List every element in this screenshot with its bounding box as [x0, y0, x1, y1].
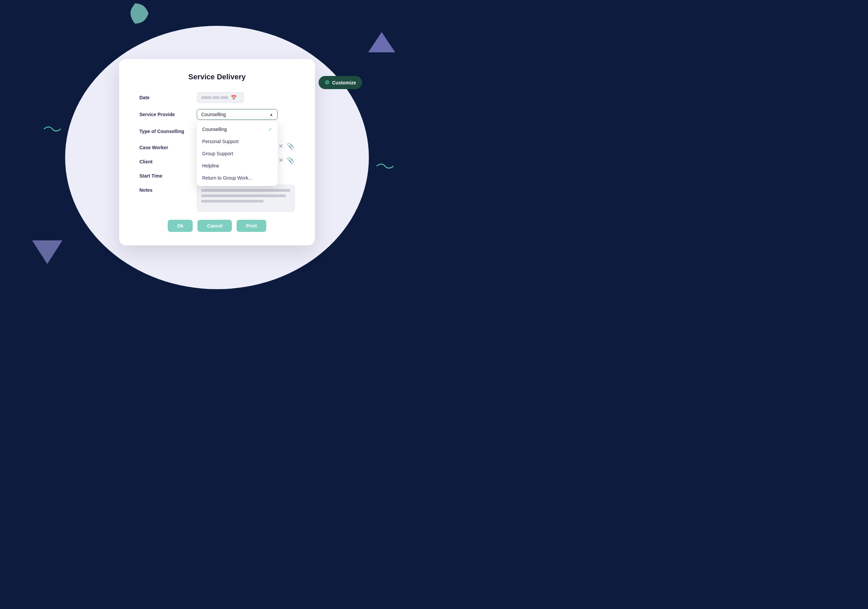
- option-label-group-support: Group Support: [202, 151, 233, 156]
- deco-purple-right: [368, 32, 395, 52]
- notes-label: Notes: [140, 185, 197, 193]
- service-provide-menu: Counselling ✓ Personal Support Group Sup…: [197, 121, 278, 186]
- notes-line-3: [201, 200, 264, 202]
- check-icon: ✓: [268, 127, 272, 132]
- dropdown-option-personal-support[interactable]: Personal Support: [197, 135, 278, 148]
- calendar-icon: 📅: [231, 95, 237, 100]
- service-provide-row: Service Provide Counselling ▲ Counsellin…: [140, 109, 294, 120]
- service-provide-control: Counselling ▲ Counselling ✓ Personal Sup…: [197, 109, 294, 120]
- date-control: 📅: [197, 92, 294, 103]
- client-label: Client: [140, 156, 197, 165]
- type-counselling-label: Type of Counselling: [140, 126, 197, 134]
- deco-teal-left-mid: [44, 125, 61, 134]
- client-remove-icon[interactable]: ✕: [278, 157, 284, 164]
- notes-textarea[interactable]: [197, 185, 294, 212]
- notes-control: [197, 185, 294, 212]
- option-label-counselling: Counselling: [202, 127, 227, 132]
- client-attach-icon[interactable]: 📎: [287, 157, 294, 164]
- deco-purple-bottom-left: [32, 240, 62, 264]
- date-label: Date: [140, 92, 197, 100]
- attach-icon[interactable]: 📎: [287, 143, 294, 150]
- deco-teal-top: [128, 2, 152, 25]
- deco-teal-right-mid: [377, 162, 394, 171]
- gear-icon: ⚙: [325, 79, 329, 86]
- chevron-up-icon: ▲: [269, 112, 273, 117]
- service-delivery-card: ⚙ Customize Service Delivery Date 📅 Serv…: [119, 59, 315, 245]
- option-label-personal-support: Personal Support: [202, 139, 239, 144]
- dropdown-option-group-support[interactable]: Group Support: [197, 148, 278, 160]
- date-placeholder: [201, 96, 228, 99]
- option-label-return-group: Return to Group Work...: [202, 175, 252, 180]
- case-worker-label: Case Worker: [140, 142, 197, 150]
- customize-label: Customize: [332, 80, 356, 85]
- date-input[interactable]: 📅: [197, 92, 244, 103]
- remove-icon[interactable]: ✕: [278, 143, 284, 150]
- dropdown-option-return-group[interactable]: Return to Group Work...: [197, 172, 278, 184]
- customize-badge[interactable]: ⚙ Customize: [319, 76, 362, 89]
- notes-line-1: [201, 189, 290, 192]
- dropdown-option-helpline[interactable]: Helpline: [197, 160, 278, 172]
- notes-row: Notes: [140, 185, 294, 212]
- service-provide-label: Service Provide: [140, 109, 197, 117]
- dropdown-option-counselling[interactable]: Counselling ✓: [197, 123, 278, 135]
- cancel-button[interactable]: Cancel: [197, 220, 232, 232]
- service-provide-dropdown[interactable]: Counselling ▲: [197, 109, 278, 120]
- ok-button[interactable]: Ok: [168, 220, 193, 232]
- service-provide-value: Counselling: [201, 112, 226, 117]
- date-row: Date 📅: [140, 92, 294, 103]
- notes-line-2: [201, 194, 286, 197]
- option-label-helpline: Helpline: [202, 163, 219, 168]
- print-button[interactable]: Print: [237, 220, 266, 232]
- button-row: Ok Cancel Print: [140, 220, 294, 232]
- page-title: Service Delivery: [140, 73, 294, 81]
- start-time-label: Start Time: [140, 171, 197, 179]
